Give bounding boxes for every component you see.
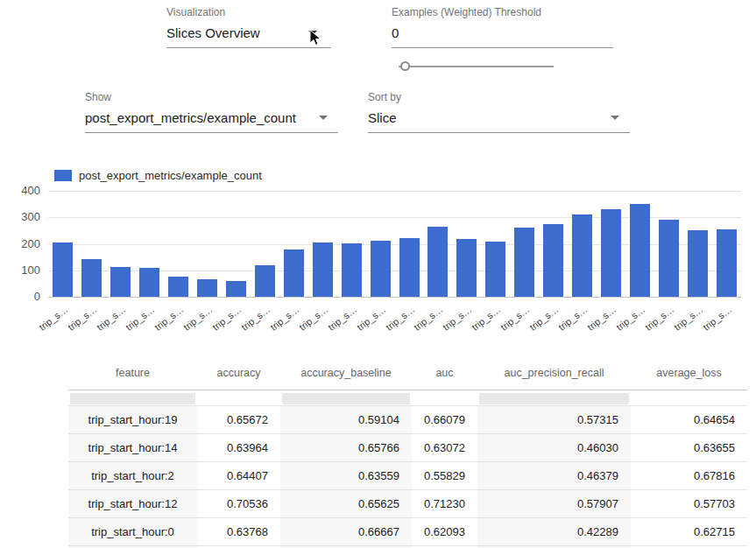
x-axis-tick-label: trip_s… xyxy=(677,304,733,351)
table-row[interactable]: trip_start_hour:120.705360.656250.712300… xyxy=(68,490,747,518)
column-header-auc_precision_recall[interactable]: auc_precision_recall xyxy=(477,356,631,390)
bar-16[interactable] xyxy=(514,228,534,297)
metric-cell: 0.64407 xyxy=(197,462,280,490)
bar-8[interactable] xyxy=(284,249,304,297)
bar-19[interactable] xyxy=(601,209,621,297)
mouse-cursor-icon xyxy=(308,29,322,46)
feature-cell: trip_start_hour:0 xyxy=(68,518,197,546)
metric-cell: 0.57907 xyxy=(477,490,631,518)
metric-cell: 0.42289 xyxy=(477,518,631,546)
bar-21[interactable] xyxy=(659,220,679,297)
metric-cell: 0.63072 xyxy=(412,434,477,462)
visualization-control: Visualization Slices Overview xyxy=(166,6,331,48)
metric-cell: 0.55829 xyxy=(412,462,477,490)
chart-legend: post_export_metrics/example_count xyxy=(54,169,262,182)
y-axis-tick-label: 100 xyxy=(5,263,40,277)
feature-cell: trip_start_hour:14 xyxy=(68,434,197,462)
visualization-value: Slices Overview xyxy=(166,25,260,40)
table-row[interactable]: trip_start_hour:00.637680.666670.620930.… xyxy=(68,518,747,546)
bar-6[interactable] xyxy=(226,281,246,297)
metric-cell: 0.71230 xyxy=(412,490,477,518)
table-filter-row xyxy=(68,390,747,406)
column-header-auc[interactable]: auc xyxy=(412,356,477,390)
filter-cell xyxy=(197,390,280,406)
x-axis-labels: trip_s…trip_s…trip_s…trip_s…trip_s…trip_… xyxy=(48,301,741,349)
chevron-down-icon xyxy=(319,116,328,120)
column-header-accuracy_baseline[interactable]: accuracy_baseline xyxy=(280,356,412,390)
visualization-dropdown[interactable]: Slices Overview xyxy=(166,25,331,48)
feature-cell: trip_start_hour:2 xyxy=(68,462,197,490)
bar-18[interactable] xyxy=(572,214,592,297)
chevron-down-icon xyxy=(611,116,619,120)
bar-4[interactable] xyxy=(168,277,188,297)
metric-cell: 0.70536 xyxy=(197,490,280,518)
slider-track[interactable] xyxy=(399,66,554,67)
bar-3[interactable] xyxy=(139,268,159,297)
show-value: post_export_metrics/example_count xyxy=(85,110,296,125)
bar-14[interactable] xyxy=(456,239,477,297)
bar-2[interactable] xyxy=(110,267,131,297)
bar-12[interactable] xyxy=(399,238,420,297)
bar-9[interactable] xyxy=(313,242,333,297)
bar-17[interactable] xyxy=(543,224,563,297)
column-header-average_loss[interactable]: average_loss xyxy=(631,356,747,390)
y-axis-tick-label: 0 xyxy=(5,290,40,303)
table-row[interactable]: trip_start_hour:20.644070.635590.558290.… xyxy=(68,462,747,490)
metric-cell: 0.65625 xyxy=(280,490,412,518)
slider-thumb[interactable] xyxy=(400,61,410,71)
sort-by-dropdown[interactable]: Slice xyxy=(368,110,630,133)
bar-23[interactable] xyxy=(717,229,737,297)
threshold-value: 0 xyxy=(392,25,399,40)
metric-cell: 0.57703 xyxy=(631,490,747,518)
metric-cell: 0.62093 xyxy=(412,518,477,546)
table-row[interactable]: trip_start_hour:140.639640.657660.630720… xyxy=(68,434,747,462)
bar-22[interactable] xyxy=(688,230,708,297)
bar-7[interactable] xyxy=(255,265,275,297)
show-control: Show post_export_metrics/example_count xyxy=(85,91,338,133)
metric-cell: 0.57315 xyxy=(477,406,631,434)
bar-0[interactable] xyxy=(53,242,73,297)
y-axis-tick-label: 300 xyxy=(5,210,40,223)
gridline xyxy=(48,191,741,192)
threshold-input[interactable]: 0 xyxy=(392,25,613,48)
sort-by-value: Slice xyxy=(368,110,397,125)
metric-cell: 0.59104 xyxy=(280,406,412,434)
legend-label: post_export_metrics/example_count xyxy=(79,169,262,182)
bar-5[interactable] xyxy=(197,279,217,297)
filter-cell xyxy=(280,390,412,406)
threshold-slider xyxy=(399,60,554,72)
column-header-accuracy[interactable]: accuracy xyxy=(197,356,280,390)
feature-cell: trip_start_hour:12 xyxy=(68,490,197,518)
bar-11[interactable] xyxy=(371,241,391,297)
y-axis-tick-label: 400 xyxy=(5,184,40,197)
bar-10[interactable] xyxy=(342,243,362,297)
metric-cell: 0.63655 xyxy=(631,434,747,462)
visualization-label: Visualization xyxy=(166,6,331,18)
show-dropdown[interactable]: post_export_metrics/example_count xyxy=(85,110,338,133)
column-filter-box[interactable] xyxy=(282,393,410,404)
metric-cell: 0.63964 xyxy=(197,434,280,462)
metric-cell: 0.63559 xyxy=(280,462,412,490)
table-body: trip_start_hour:190.656720.591040.660790… xyxy=(68,406,747,548)
bar-15[interactable] xyxy=(485,242,505,297)
column-filter-box[interactable] xyxy=(70,393,195,404)
metric-cell: 0.65766 xyxy=(280,434,412,462)
metric-cell: 0.66079 xyxy=(412,406,477,434)
threshold-control: Examples (Weighted) Threshold 0 xyxy=(392,6,613,48)
metric-cell: 0.63768 xyxy=(197,518,280,546)
bar-13[interactable] xyxy=(427,227,448,297)
bar-20[interactable] xyxy=(630,204,650,297)
metric-cell: 0.65672 xyxy=(197,406,280,434)
filter-cell xyxy=(412,390,477,406)
bar-1[interactable] xyxy=(81,259,102,297)
table-row[interactable]: trip_start_hour:190.656720.591040.660790… xyxy=(68,406,747,434)
filter-cell xyxy=(631,390,747,406)
sort-by-control: Sort by Slice xyxy=(368,91,630,133)
filter-cell xyxy=(477,390,631,406)
column-filter-box[interactable] xyxy=(479,393,629,404)
slices-overview-app: Visualization Slices Overview Examples (… xyxy=(0,0,756,548)
metric-cell: 0.67816 xyxy=(631,462,747,490)
metric-cell: 0.66667 xyxy=(280,518,412,546)
column-header-feature[interactable]: feature xyxy=(68,356,197,390)
table-header-row: featureaccuracyaccuracy_baselineaucauc_p… xyxy=(68,356,747,390)
